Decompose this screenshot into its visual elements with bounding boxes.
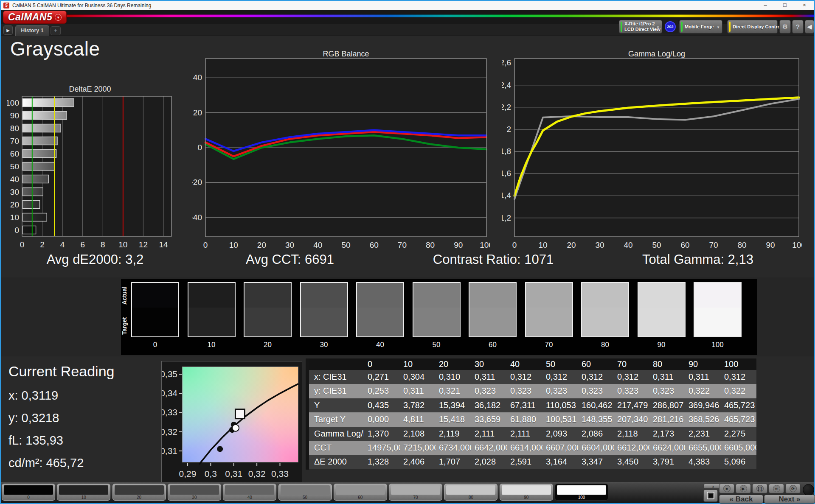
table-cell: 3,782 (400, 398, 436, 412)
table-row-2: Y0,4353,78215,39436,18267,311110,053160,… (309, 398, 756, 412)
stop-measure-button[interactable]: ■ (719, 484, 734, 493)
table-cell: 4,383 (685, 455, 721, 469)
refresh-button[interactable]: ⟳ (785, 484, 801, 493)
svg-text:-20: -20 (192, 178, 202, 187)
table-cell: 2,111 (507, 427, 542, 441)
cie-chromaticity-chart: 0,290,30,310,320,330,350,340,330,320,31 (161, 361, 302, 482)
level-label: 90 (500, 495, 553, 500)
swatch-level-label: 100 (694, 341, 742, 349)
table-cell: 2,275 (721, 427, 756, 441)
display-control-button[interactable]: Direct Display Control ▼ (727, 20, 778, 34)
col-header-80: 80 (649, 358, 685, 370)
table-row-1: y: CIE310,2530,3110,3210,3230,3230,3230,… (309, 384, 756, 398)
level-label: 80 (444, 495, 497, 500)
help-button[interactable]: ? (792, 20, 804, 34)
level-patch (391, 485, 440, 495)
svg-text:1,8: 1,8 (502, 147, 511, 156)
grayscale-swatch-10 (188, 282, 236, 337)
deltae-bar-40 (22, 175, 49, 183)
svg-text:40: 40 (624, 241, 632, 249)
page-title: Grayscale (10, 37, 100, 60)
level-button-80[interactable]: 80 (444, 484, 497, 501)
continuous-measure-button[interactable]: ∞ (769, 484, 784, 493)
table-cell: 3,450 (614, 455, 649, 469)
level-button-10[interactable]: 10 (57, 484, 110, 501)
level-label: 100 (555, 495, 608, 500)
tab-history-1[interactable]: History 1 (15, 25, 49, 36)
back-button[interactable]: « Back (719, 495, 763, 504)
meter-select-button[interactable]: X-Rite i1Pro 2 LCD Direct View ▼ (619, 20, 662, 34)
table-cell: 0,312 (721, 370, 756, 384)
bottom-bar: ▲ ■ ▶ [-] ∞ ⟳ « Back Next » 010203040506… (1, 482, 814, 503)
level-button-90[interactable]: 90 (500, 484, 553, 501)
add-tab-button[interactable]: + (51, 26, 61, 35)
table-cell: 0,323 (471, 384, 507, 398)
meter-status-accent (621, 22, 622, 32)
table-header-row: 0102030405060708090100 (309, 358, 756, 370)
swatch-level-label: 40 (356, 341, 404, 349)
collapse-panel-button[interactable]: ◀ (805, 20, 814, 34)
table-cell: 0,000 (364, 412, 400, 426)
table-cell: 160,462 (578, 398, 614, 412)
next-button[interactable]: Next » (764, 495, 815, 504)
actual-row-label: Actual (121, 283, 130, 308)
svg-text:10: 10 (118, 240, 127, 249)
logo-text: CalMAN5 (8, 11, 52, 23)
svg-text:60: 60 (370, 241, 379, 249)
stop-icon: ■ (723, 485, 731, 492)
svg-text:20: 20 (10, 200, 19, 209)
meter-name: X-Rite i1Pro 2 (624, 21, 654, 27)
table-cell: 6607,000 (542, 441, 578, 455)
reading-x: x: 0,3119 (8, 389, 58, 403)
table-cell: 0,271 (364, 370, 400, 384)
table-cell: 0,312 (614, 370, 649, 384)
level-button-0[interactable]: 0 (2, 484, 55, 501)
maximize-icon[interactable]: □ (775, 1, 795, 10)
svg-text:0: 0 (197, 143, 202, 152)
svg-text:50: 50 (652, 241, 661, 249)
close-icon[interactable]: × (795, 1, 814, 10)
single-measure-button[interactable]: [-] (752, 484, 767, 493)
level-button-20[interactable]: 20 (112, 484, 166, 501)
level-patch (59, 485, 108, 495)
table-cell: 15,418 (436, 412, 471, 426)
source-select-button[interactable]: Mobile Forge ▼ (679, 20, 722, 34)
table-cell: 148,355 (578, 412, 614, 426)
pattern-window-button[interactable] (703, 490, 718, 502)
table-cell: 2,108 (400, 427, 436, 441)
svg-text:0,34: 0,34 (162, 388, 177, 398)
question-icon: ? (796, 23, 799, 30)
table-cell: 0,323 (649, 384, 685, 398)
svg-text:40: 40 (313, 241, 322, 249)
play-icon: ▶ (740, 485, 747, 492)
svg-text:100: 100 (792, 241, 802, 249)
table-cell: 2,086 (578, 427, 614, 441)
level-button-50[interactable]: 50 (278, 484, 332, 501)
table-cell: 2,118 (614, 427, 649, 441)
settings-button[interactable]: ⚙ (779, 20, 791, 34)
level-button-100[interactable]: 100 (555, 484, 608, 501)
minimize-icon[interactable]: – (756, 1, 775, 10)
deltae-bar-50 (22, 162, 54, 171)
level-label: 30 (168, 495, 221, 500)
svg-text:60: 60 (10, 149, 19, 158)
svg-text:70: 70 (709, 241, 718, 249)
table-cell: 2,093 (542, 427, 578, 441)
col-header-50: 50 (542, 358, 578, 370)
level-button-60[interactable]: 60 (334, 484, 387, 501)
level-button-30[interactable]: 30 (168, 484, 221, 501)
layout-nav-toggle[interactable]: ▶ (3, 25, 13, 35)
swatch-level-label: 0 (131, 341, 179, 349)
swatch-level-label: 60 (469, 341, 517, 349)
svg-text:50: 50 (341, 241, 350, 249)
level-patch (336, 485, 385, 495)
table-cell: 6655,000 (685, 441, 721, 455)
svg-text:40: 40 (193, 73, 202, 82)
start-measure-button[interactable]: ▶ (736, 484, 751, 493)
svg-text:0,31: 0,31 (225, 469, 242, 479)
level-button-70[interactable]: 70 (389, 484, 442, 501)
table-cell: 6614,000 (507, 441, 542, 455)
calman-logo-menu[interactable]: CalMAN5 ▼ (3, 11, 67, 24)
level-button-40[interactable]: 40 (223, 484, 276, 501)
svg-text:20: 20 (567, 241, 576, 249)
